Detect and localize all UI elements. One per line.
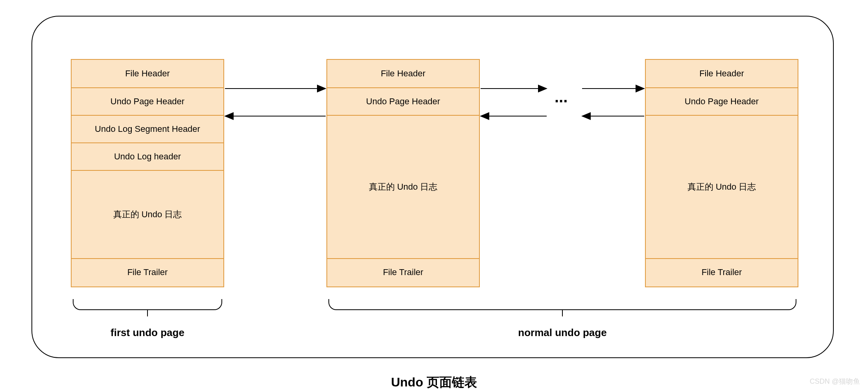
p1-undo-page-header: Undo Page Header bbox=[72, 87, 223, 115]
p1-real-undo-log: 真正的 Undo 日志 bbox=[72, 170, 223, 258]
p1-undo-log-segment-header: Undo Log Segment Header bbox=[72, 115, 223, 142]
p3-file-trailer: File Trailer bbox=[646, 258, 798, 286]
normal-undo-page-2: File Header Undo Page Header 真正的 Undo 日志… bbox=[645, 59, 798, 287]
p1-file-header: File Header bbox=[72, 60, 223, 87]
brace-normal-stem bbox=[562, 310, 563, 316]
watermark: CSDN @猫吻鱼 bbox=[810, 377, 860, 386]
p2-file-trailer: File Trailer bbox=[327, 258, 479, 286]
normal-undo-page-1: File Header Undo Page Header 真正的 Undo 日志… bbox=[326, 59, 480, 287]
p1-file-trailer: File Trailer bbox=[72, 258, 223, 286]
p2-real-undo-log: 真正的 Undo 日志 bbox=[327, 115, 479, 258]
diagram-caption: Undo 页面链表 bbox=[0, 374, 868, 390]
p3-file-header: File Header bbox=[646, 60, 798, 87]
p3-undo-page-header: Undo Page Header bbox=[646, 87, 798, 115]
brace-normal bbox=[328, 299, 796, 310]
brace-first-label: first undo page bbox=[71, 327, 224, 339]
brace-first bbox=[73, 299, 222, 310]
p1-undo-log-header: Undo Log header bbox=[72, 142, 223, 170]
p2-file-header: File Header bbox=[327, 60, 479, 87]
p3-real-undo-log: 真正的 Undo 日志 bbox=[646, 115, 798, 258]
brace-normal-label: normal undo page bbox=[326, 327, 798, 339]
ellipsis: ··· bbox=[555, 92, 568, 110]
first-undo-page: File Header Undo Page Header Undo Log Se… bbox=[71, 59, 224, 287]
p2-undo-page-header: Undo Page Header bbox=[327, 87, 479, 115]
brace-first-stem bbox=[147, 310, 148, 316]
